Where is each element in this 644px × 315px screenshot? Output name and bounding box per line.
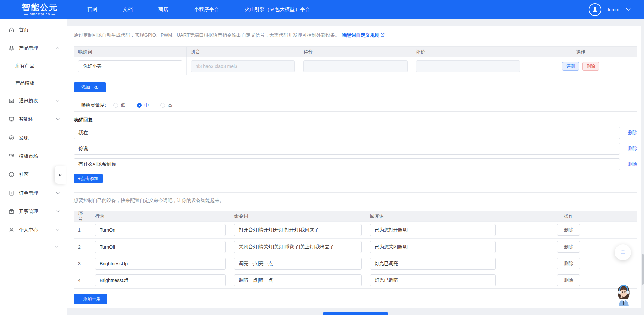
- sidebar-item-personal-center[interactable]: 个人中心: [0, 221, 67, 239]
- delete-command-button[interactable]: 删除: [557, 241, 580, 253]
- generate-version-button[interactable]: 生成新版本: [323, 312, 388, 315]
- order-document-icon: [9, 190, 15, 196]
- invoice-box-icon: [9, 209, 15, 215]
- commands-input[interactable]: [234, 258, 362, 270]
- template-icon: [9, 153, 15, 159]
- username[interactable]: lumin: [608, 7, 619, 12]
- pinyin-input[interactable]: [191, 60, 295, 72]
- behavior-input[interactable]: [95, 224, 226, 236]
- sidebar-item-label: 模板市场: [19, 153, 60, 159]
- command-row: 4 删除: [74, 272, 637, 288]
- commands-input[interactable]: [234, 274, 362, 286]
- wake-reply-input[interactable]: [74, 127, 620, 139]
- column-header: 拼音: [187, 47, 300, 57]
- nav-item-official-site[interactable]: 官网: [87, 6, 97, 13]
- docs-float-button[interactable]: [615, 244, 631, 260]
- logo[interactable]: 智能公元 — smartpi.cn —: [15, 3, 65, 16]
- command-table: 序号 行为 命令词 回复语 操作 1 删除 2 删除 3: [74, 211, 637, 289]
- command-row: 2 删除: [74, 238, 637, 255]
- reply-input[interactable]: [370, 224, 496, 236]
- reply-input[interactable]: [370, 274, 496, 286]
- radio-sensitivity-low[interactable]: 低: [113, 102, 125, 108]
- command-row: 3 删除: [74, 255, 637, 272]
- test-button[interactable]: 评测: [562, 62, 579, 71]
- delete-reply-link[interactable]: 删除: [620, 146, 637, 152]
- chevron-up-icon: [56, 47, 60, 49]
- chevron-down-icon: [56, 192, 60, 194]
- sidebar-item-home[interactable]: 首页: [0, 20, 67, 39]
- smiley-icon: [9, 172, 15, 178]
- sidebar-overflow-chevron[interactable]: [0, 239, 67, 253]
- nav-menu: 官网 文档 商店 小程序平台 火山引擎（豆包大模型）平台: [87, 6, 310, 13]
- command-table-header: 序号 行为 命令词 回复语 操作: [74, 211, 637, 221]
- wake-reply-input[interactable]: [74, 143, 620, 155]
- add-reply-button[interactable]: +点击添加: [74, 174, 103, 183]
- score-input[interactable]: [303, 60, 408, 72]
- sidebar-item-discover[interactable]: 发现: [0, 128, 67, 147]
- delete-command-button[interactable]: 删除: [557, 258, 580, 269]
- radio-circle-icon: [160, 103, 165, 108]
- nav-item-store[interactable]: 商店: [158, 6, 168, 13]
- sidebar-item-label: 首页: [19, 27, 60, 33]
- behavior-input[interactable]: [95, 274, 226, 286]
- row-index: 3: [74, 255, 91, 272]
- wake-word-rules-link[interactable]: 唤醒词自定义规则: [342, 32, 385, 38]
- sidebar-item-template-market[interactable]: 模板市场: [0, 147, 67, 165]
- sidebar-item-order-mgmt[interactable]: 订单管理: [0, 184, 67, 202]
- column-header: 得分: [299, 47, 412, 57]
- monitor-icon: [9, 116, 15, 122]
- sidebar-subitem-all-products[interactable]: 所有产品: [0, 57, 67, 74]
- sidebar-item-protocol[interactable]: 通讯协议: [0, 92, 67, 110]
- reply-input[interactable]: [370, 241, 496, 253]
- compass-icon: [9, 135, 15, 141]
- nav-item-volcengine-platform[interactable]: 火山引擎（豆包大模型）平台: [245, 6, 310, 13]
- sidebar-item-label: 开票管理: [19, 209, 56, 215]
- behavior-input[interactable]: [95, 258, 226, 270]
- delete-reply-link[interactable]: 删除: [620, 130, 637, 136]
- nav-item-docs[interactable]: 文档: [123, 6, 133, 13]
- wake-word-table: 唤醒词 拼音 得分 评价 操作 评测 删除: [74, 46, 637, 75]
- row-index: 1: [74, 222, 91, 238]
- radio-sensitivity-medium[interactable]: 中: [137, 102, 149, 108]
- sidebar-subitem-product-templates[interactable]: 产品模板: [0, 74, 67, 92]
- delete-reply-link[interactable]: 删除: [620, 161, 637, 167]
- commands-input[interactable]: [234, 224, 362, 236]
- reply-input[interactable]: [370, 258, 496, 270]
- delete-command-button[interactable]: 删除: [557, 274, 580, 286]
- wake-reply-input[interactable]: [74, 158, 620, 170]
- add-command-button[interactable]: +添加一条: [74, 294, 107, 304]
- sidebar-item-invoice-mgmt[interactable]: 开票管理: [0, 202, 67, 221]
- link-text: 唤醒词自定义规则: [342, 32, 379, 38]
- wake-reply-row: 删除: [74, 143, 637, 155]
- wake-reply-row: 删除: [74, 127, 637, 139]
- sidebar-item-product-mgmt[interactable]: 产品管理: [0, 39, 67, 57]
- row-index: 2: [74, 239, 91, 255]
- delete-command-button[interactable]: 删除: [557, 224, 580, 236]
- radio-label: 低: [121, 102, 125, 108]
- delete-wake-word-button[interactable]: 删除: [582, 62, 599, 71]
- external-link-icon: [380, 33, 385, 37]
- sensitivity-label: 唤醒灵敏度:: [81, 102, 106, 108]
- wake-reply-title: 唤醒回复: [74, 117, 637, 123]
- main-area: 通过定制可以自动生成代码，实现GPIO、PWM、UART等端口根据语音指令输出自…: [67, 19, 644, 315]
- user-chevron-down-icon[interactable]: [626, 8, 631, 11]
- radio-sensitivity-high[interactable]: 高: [160, 102, 172, 108]
- nav-item-miniprogram-platform[interactable]: 小程序平台: [194, 6, 219, 13]
- column-header: 回复语: [366, 211, 500, 221]
- sidebar-item-label: 发现: [19, 135, 60, 141]
- add-wake-word-button[interactable]: 添加一条: [74, 82, 106, 92]
- chevron-down-icon: [56, 118, 60, 120]
- sidebar-collapse-button[interactable]: «: [55, 166, 66, 184]
- layers-icon: [9, 45, 15, 51]
- behavior-input[interactable]: [95, 241, 226, 253]
- rating-input[interactable]: [416, 60, 520, 72]
- wake-word-input[interactable]: [78, 60, 182, 72]
- radio-label: 高: [168, 102, 172, 108]
- sidebar-item-agent[interactable]: 智能体: [0, 110, 67, 128]
- assistant-avatar[interactable]: [614, 284, 633, 307]
- home-icon: [9, 27, 15, 33]
- scrollbar-thumb[interactable]: [642, 254, 644, 285]
- open-book-icon: [619, 249, 627, 256]
- user-avatar-icon[interactable]: [589, 3, 601, 16]
- commands-input[interactable]: [234, 241, 362, 253]
